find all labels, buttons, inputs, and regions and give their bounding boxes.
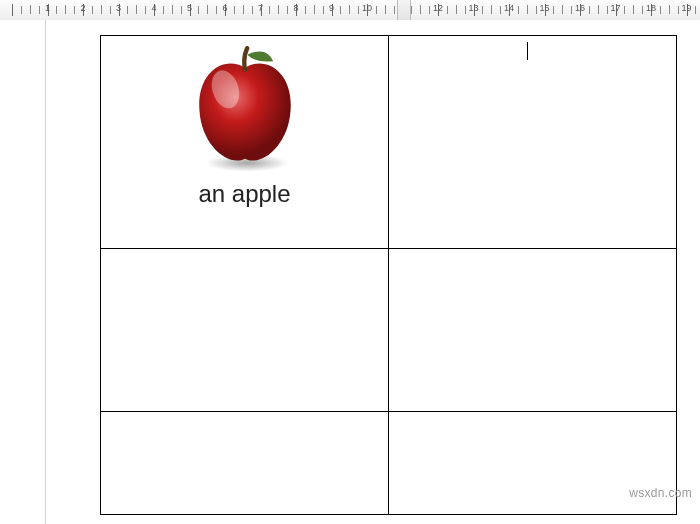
ruler-tick	[500, 6, 501, 14]
table-cell[interactable]: an apple	[101, 36, 389, 249]
ruler-tick	[207, 5, 208, 14]
ruler-tick	[305, 6, 306, 14]
ruler-tick	[669, 5, 670, 14]
page-left-margin-guide	[45, 20, 46, 524]
ruler-number: 8	[293, 3, 298, 13]
ruler-number: 17	[610, 3, 620, 13]
ruler-tick	[465, 6, 466, 14]
watermark-text: wsxdn.com	[629, 486, 692, 500]
ruler-tick	[385, 5, 386, 14]
ruler-tick	[633, 5, 634, 14]
ruler-number: 19	[681, 3, 691, 13]
ruler-number: 13	[468, 3, 478, 13]
ruler-tick	[198, 6, 199, 14]
table-row[interactable]	[101, 412, 677, 515]
ruler-tick	[358, 6, 359, 14]
text-cursor	[527, 42, 528, 60]
ruler-number: 5	[187, 3, 192, 13]
ruler-number: 14	[504, 3, 514, 13]
cell-content: an apple	[107, 42, 382, 242]
ruler-tick	[340, 6, 341, 14]
table-cell[interactable]	[101, 249, 389, 412]
ruler-tick	[447, 6, 448, 14]
table-row[interactable]: an apple	[101, 36, 677, 249]
table-cell[interactable]	[101, 412, 389, 515]
ruler-number: 4	[151, 3, 156, 13]
ruler-tick	[74, 6, 75, 14]
ruler-tick	[660, 6, 661, 14]
table-cell[interactable]	[389, 249, 677, 412]
ruler-tick	[527, 5, 528, 14]
ruler-tick	[39, 6, 40, 14]
ruler-tick	[92, 6, 93, 14]
ruler-number: 6	[222, 3, 227, 13]
ruler-tick	[216, 6, 217, 14]
ruler-tick	[56, 6, 57, 14]
ruler-tick	[127, 6, 128, 14]
ruler-tick	[181, 6, 182, 14]
ruler-tick	[145, 6, 146, 14]
ruler-tick	[429, 6, 430, 14]
ruler-tick	[420, 5, 421, 14]
document-table[interactable]: an apple	[100, 35, 677, 515]
horizontal-ruler[interactable]: 12345678910111213141516171819	[0, 0, 700, 21]
ruler-tick	[642, 6, 643, 14]
apple-icon	[180, 46, 310, 176]
ruler-tick	[287, 6, 288, 14]
ruler-number: 3	[116, 3, 121, 13]
ruler-tick	[411, 6, 412, 14]
ruler-tick	[678, 6, 679, 14]
ruler-tick	[172, 5, 173, 14]
ruler-number: 15	[539, 3, 549, 13]
table-row[interactable]	[101, 249, 677, 412]
ruler-tick	[624, 6, 625, 14]
ruler-tick	[571, 6, 572, 14]
ruler-tick	[349, 5, 350, 14]
ruler-number: 10	[362, 3, 372, 13]
ruler-tick	[163, 6, 164, 14]
ruler-tick	[323, 6, 324, 14]
ruler-tick	[234, 6, 235, 14]
ruler-tick	[589, 6, 590, 14]
ruler-tick	[136, 5, 137, 14]
ruler-tick	[101, 5, 102, 14]
ruler-tick	[491, 5, 492, 14]
ruler-number: 18	[646, 3, 656, 13]
ruler-tick	[278, 5, 279, 14]
ruler-tick	[562, 5, 563, 14]
ruler-number: 7	[258, 3, 263, 13]
ruler-number: 16	[575, 3, 585, 13]
ruler-tick	[536, 6, 537, 14]
ruler-page-break	[397, 0, 411, 20]
ruler-tick	[65, 5, 66, 14]
ruler-tick	[518, 6, 519, 14]
ruler-number: 2	[80, 3, 85, 13]
ruler-tick	[110, 6, 111, 14]
ruler-tick	[314, 5, 315, 14]
ruler-tick	[376, 6, 377, 14]
ruler-number: 12	[433, 3, 443, 13]
ruler-tick	[30, 5, 31, 14]
ruler-tick	[598, 5, 599, 14]
ruler-tick	[243, 5, 244, 14]
ruler-number: 9	[329, 3, 334, 13]
ruler-tick	[394, 6, 395, 14]
ruler-tick	[21, 6, 22, 14]
ruler-tick	[695, 6, 696, 14]
ruler-tick	[553, 6, 554, 14]
ruler-number: 1	[45, 3, 50, 13]
ruler-tick	[607, 6, 608, 14]
ruler-tick	[482, 6, 483, 14]
document-canvas[interactable]: an apple wsxdn.com	[0, 20, 700, 524]
table-cell[interactable]	[389, 36, 677, 249]
ruler-tick	[269, 6, 270, 14]
ruler-tick	[456, 5, 457, 14]
cell-caption: an apple	[198, 180, 290, 208]
ruler-tick	[252, 6, 253, 14]
ruler-tick	[12, 4, 13, 16]
